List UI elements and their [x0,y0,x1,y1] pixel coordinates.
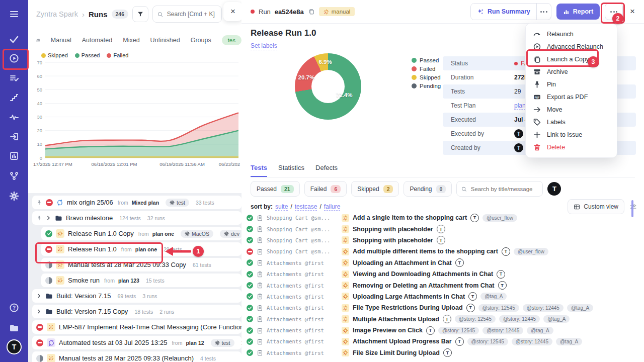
sidebar-sign-in-icon[interactable] [0,130,28,144]
run-title: Build: Version 7.15 Copy [56,308,128,315]
test-row[interactable]: Attachments @firstMultiple Attachments U… [247,314,642,325]
run-list-item[interactable]: LMP-587 Implement Real-Time Chat Messagi… [32,320,242,334]
tab-tests[interactable]: Tests [251,164,267,177]
filter-passed[interactable]: Passed21 [251,181,300,197]
close-panel-button[interactable]: × [223,2,242,21]
menu-item-archive[interactable]: Archive [526,65,617,78]
close-run-button[interactable]: × [630,7,635,17]
test-row[interactable]: Attachments @firstFile Size Limit During… [247,347,642,358]
sort-by-failure[interactable]: failure [324,203,341,211]
select-all-icon[interactable] [36,37,40,44]
menu-item-export-as-pdf[interactable]: PDFExport as PDF [526,90,617,103]
test-owner-avatar: T [455,258,464,267]
sort-by-testcase[interactable]: testcase [295,203,317,211]
filter-failed[interactable]: Failed6 [304,181,347,197]
runs-search[interactable] [152,6,222,23]
test-row[interactable]: Attachments @firstRemoving or Deleting a… [247,280,642,291]
breadcrumb-section[interactable]: Runs [89,10,108,19]
tab-mixed[interactable]: Mixed [123,37,139,44]
scrollbar-thumb[interactable] [631,200,633,217]
menu-item-labels[interactable]: Labels [526,116,617,128]
sort-by-suite[interactable]: suite [275,203,288,211]
menu-item-advanced-relaunch[interactable]: Advanced Relaunch [526,40,617,53]
run-list-item[interactable]: Manual tests at 28 Mar 2025 09:33 (Relau… [32,351,242,362]
run-list-item[interactable]: Build: Version 7.1569 tests3 runs [32,289,242,303]
set-labels-link[interactable]: Set labels [251,42,277,50]
run-list-item[interactable]: mix origin 25/06fromMixed plantest33 tes… [32,196,242,209]
tab-defects[interactable]: Defects [315,164,338,177]
test-row[interactable]: Attachments @firstViewing and Downloadin… [247,268,642,280]
tab-chip-tes[interactable]: tes [222,35,242,45]
runs-panel: Zyntra Spark › Runs 246 × ManualAutomate… [28,0,242,362]
sidebar-branch-icon[interactable] [0,169,28,183]
test-row[interactable]: Attachments @firstUploading Large Attach… [247,291,642,302]
tests-search[interactable] [456,181,543,197]
sidebar-bar-chart-icon[interactable] [0,149,28,163]
user-avatar: T [514,143,523,152]
sidebar-list-check-icon[interactable] [0,71,28,85]
sidebar-avatar-t-icon[interactable]: T [0,340,28,354]
runs-count-badge: 246 [112,10,129,19]
test-row[interactable]: Attachments @firstAttachment Upload Prog… [247,336,642,347]
tab-unfinished[interactable]: Unfinished [150,37,180,44]
sidebar-folder-icon[interactable] [0,321,28,335]
sidebar-steps-icon[interactable] [0,90,28,105]
run-list-item[interactable]: Build: Version 7.15 Copy18 tests2 runs [32,305,242,318]
sidebar-help-icon[interactable]: ? [0,301,28,315]
tab-statistics[interactable]: Statistics [278,164,304,177]
menu-item-pin[interactable]: Pin [526,78,617,90]
filter-button[interactable] [132,6,148,22]
sidebar-pulse-icon[interactable] [0,110,28,124]
assignee-avatar[interactable]: T [547,182,561,196]
chevron-right-icon[interactable] [36,309,42,314]
chevron-right-icon[interactable] [36,293,42,299]
breadcrumb-project[interactable]: Zyntra Spark [36,10,78,18]
run-list-item[interactable]: Automated tests at 03 Jul 2025 13:25from… [32,336,242,349]
run-summary-button[interactable]: Run Summary [471,4,536,20]
test-row[interactable]: Attachments @firstFile Type Restrictions… [247,302,642,313]
menu-item-move[interactable]: Move [526,103,617,116]
test-row[interactable]: Shopping Cart @sm...Add multiple differe… [247,246,642,257]
donut-legend: PassedFailedSkippedPending [412,57,441,89]
user-avatar[interactable]: T [7,339,22,354]
run-list-item[interactable]: Release Run 1.0 Copyfromplan oneMacOSdev… [41,227,242,240]
menu-item-label: Move [547,106,562,113]
run-summary-group: Run Summary [470,3,551,20]
test-row[interactable]: Shopping Cart @sm...Add a single item to… [247,212,642,223]
sidebar-menu-icon[interactable] [0,7,28,21]
filter-pending[interactable]: Pending0 [404,181,452,197]
chevron-right-icon[interactable] [46,215,51,221]
tab-manual[interactable]: Manual [51,37,71,44]
test-row[interactable]: Attachments @firstUploading an Attachmen… [247,257,642,268]
tests-search-input[interactable] [470,186,538,193]
menu-item-label: Pin [547,81,556,88]
menu-item-relaunch[interactable]: Relaunch [526,28,617,40]
run-meta: 124 tests [119,215,141,221]
test-tag: @story: 12545 [467,338,508,345]
run-list-item[interactable]: Release Run 1.0fromplan one29 tests [41,242,242,256]
menu-item-launch-a-copy[interactable]: Launch a Copy [526,53,617,65]
menu-item-delete[interactable]: Delete [526,141,617,153]
test-row[interactable]: Shopping Cart @sm...Shopping with placeh… [247,235,642,246]
run-list-item[interactable]: Bravo milestone124 tests32 runs [32,211,242,225]
runs-search-input[interactable] [166,10,217,18]
test-row[interactable]: Shopping Cart @sm...Shopping with placeh… [247,223,642,234]
filter-skipped[interactable]: Skipped2 [351,181,399,197]
run-plan-name: plan 123 [118,278,139,284]
sidebar-check-icon[interactable] [0,32,28,46]
copy-icon[interactable] [308,8,315,15]
tab-groups[interactable]: Groups [191,37,211,44]
sidebar-gear-icon[interactable] [0,189,28,203]
tab-automated[interactable]: Automated [82,37,112,44]
run-summary-more-button[interactable] [536,4,551,20]
clipboard-icon [257,282,263,289]
pdf-icon: PDF [533,92,541,102]
sidebar-play-circle-icon[interactable] [0,51,28,65]
test-row[interactable]: Attachments @firstImage Preview on Click… [247,325,642,336]
run-list-item[interactable]: Smoke runfromplan 12315 tests [41,274,242,287]
svg-text:10: 10 [37,141,42,147]
report-button[interactable]: Report [556,4,600,20]
menu-item-link-to-issue[interactable]: Link to Issue [526,128,617,141]
archive-icon [533,67,541,77]
run-list-item[interactable]: Manual tests at 28 Mar 2025 09:33 Copy61… [41,258,242,272]
